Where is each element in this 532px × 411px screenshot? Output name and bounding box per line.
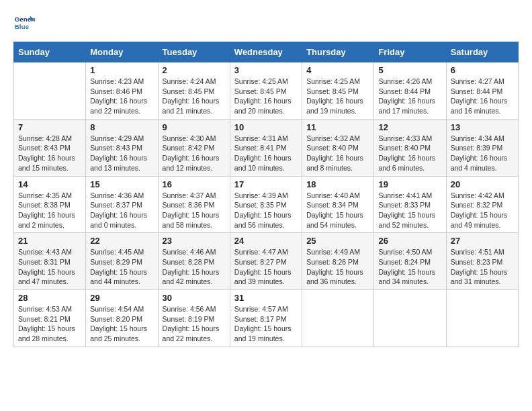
calendar-cell (374, 290, 446, 347)
day-number: 27 (451, 236, 514, 246)
calendar-header-row: SundayMondayTuesdayWednesdayThursdayFrid… (14, 42, 519, 62)
calendar-cell: 18Sunrise: 4:40 AM Sunset: 8:34 PM Dayli… (302, 176, 374, 233)
day-number: 9 (163, 122, 226, 132)
calendar-cell: 23Sunrise: 4:46 AM Sunset: 8:28 PM Dayli… (158, 233, 230, 290)
header-tuesday: Tuesday (158, 42, 230, 62)
calendar-cell: 15Sunrise: 4:36 AM Sunset: 8:37 PM Dayli… (86, 176, 158, 233)
day-info: Sunrise: 4:33 AM Sunset: 8:40 PM Dayligh… (378, 134, 441, 173)
day-info: Sunrise: 4:50 AM Sunset: 8:24 PM Dayligh… (378, 247, 441, 287)
day-info: Sunrise: 4:24 AM Sunset: 8:45 PM Dayligh… (163, 77, 226, 116)
day-number: 19 (378, 179, 441, 189)
logo-icon: General Blue (13, 13, 35, 35)
day-number: 11 (306, 122, 369, 132)
header-thursday: Thursday (302, 42, 374, 62)
day-info: Sunrise: 4:25 AM Sunset: 8:45 PM Dayligh… (306, 77, 369, 116)
calendar-cell: 16Sunrise: 4:37 AM Sunset: 8:36 PM Dayli… (158, 176, 230, 233)
calendar-cell: 21Sunrise: 4:43 AM Sunset: 8:31 PM Dayli… (14, 233, 86, 290)
calendar-cell (302, 290, 374, 347)
calendar-week-row: 14Sunrise: 4:35 AM Sunset: 8:38 PM Dayli… (14, 176, 519, 233)
calendar-cell: 2Sunrise: 4:24 AM Sunset: 8:45 PM Daylig… (158, 62, 230, 120)
day-number: 20 (451, 179, 514, 189)
day-number: 26 (378, 236, 441, 246)
day-info: Sunrise: 4:57 AM Sunset: 8:17 PM Dayligh… (234, 304, 298, 344)
day-number: 23 (163, 236, 226, 246)
calendar-cell: 13Sunrise: 4:34 AM Sunset: 8:39 PM Dayli… (446, 119, 518, 176)
calendar-cell: 28Sunrise: 4:53 AM Sunset: 8:21 PM Dayli… (14, 290, 86, 347)
day-info: Sunrise: 4:51 AM Sunset: 8:23 PM Dayligh… (451, 247, 514, 287)
header-friday: Friday (374, 42, 446, 62)
logo: General Blue (13, 13, 38, 35)
calendar-cell: 26Sunrise: 4:50 AM Sunset: 8:24 PM Dayli… (374, 233, 446, 290)
header-wednesday: Wednesday (230, 42, 302, 62)
calendar-cell: 19Sunrise: 4:41 AM Sunset: 8:33 PM Dayli… (374, 176, 446, 233)
calendar-cell: 31Sunrise: 4:57 AM Sunset: 8:17 PM Dayli… (230, 290, 302, 347)
day-number: 4 (306, 65, 369, 75)
day-number: 22 (90, 236, 153, 246)
calendar-week-row: 21Sunrise: 4:43 AM Sunset: 8:31 PM Dayli… (14, 233, 519, 290)
day-number: 21 (18, 236, 81, 246)
day-number: 1 (90, 65, 153, 75)
day-info: Sunrise: 4:32 AM Sunset: 8:40 PM Dayligh… (306, 134, 369, 173)
day-number: 2 (163, 65, 226, 75)
calendar-cell: 5Sunrise: 4:26 AM Sunset: 8:44 PM Daylig… (374, 62, 446, 120)
day-info: Sunrise: 4:26 AM Sunset: 8:44 PM Dayligh… (378, 77, 441, 116)
calendar-cell: 11Sunrise: 4:32 AM Sunset: 8:40 PM Dayli… (302, 119, 374, 176)
day-number: 10 (234, 122, 298, 132)
day-number: 13 (451, 122, 514, 132)
day-info: Sunrise: 4:39 AM Sunset: 8:35 PM Dayligh… (234, 191, 298, 230)
calendar-week-row: 7Sunrise: 4:28 AM Sunset: 8:43 PM Daylig… (14, 119, 519, 176)
header-monday: Monday (86, 42, 158, 62)
day-info: Sunrise: 4:30 AM Sunset: 8:42 PM Dayligh… (163, 134, 226, 173)
calendar-cell: 8Sunrise: 4:29 AM Sunset: 8:43 PM Daylig… (86, 119, 158, 176)
day-info: Sunrise: 4:37 AM Sunset: 8:36 PM Dayligh… (163, 191, 226, 230)
day-info: Sunrise: 4:36 AM Sunset: 8:37 PM Dayligh… (90, 191, 153, 230)
day-info: Sunrise: 4:31 AM Sunset: 8:41 PM Dayligh… (234, 134, 298, 173)
day-info: Sunrise: 4:54 AM Sunset: 8:20 PM Dayligh… (90, 304, 153, 344)
calendar-cell: 25Sunrise: 4:49 AM Sunset: 8:26 PM Dayli… (302, 233, 374, 290)
day-info: Sunrise: 4:47 AM Sunset: 8:27 PM Dayligh… (234, 247, 298, 287)
calendar-cell: 4Sunrise: 4:25 AM Sunset: 8:45 PM Daylig… (302, 62, 374, 120)
calendar-cell: 9Sunrise: 4:30 AM Sunset: 8:42 PM Daylig… (158, 119, 230, 176)
day-number: 29 (90, 293, 153, 303)
header-saturday: Saturday (446, 42, 518, 62)
day-info: Sunrise: 4:29 AM Sunset: 8:43 PM Dayligh… (90, 134, 153, 173)
calendar-cell: 29Sunrise: 4:54 AM Sunset: 8:20 PM Dayli… (86, 290, 158, 347)
calendar-cell: 14Sunrise: 4:35 AM Sunset: 8:38 PM Dayli… (14, 176, 86, 233)
day-info: Sunrise: 4:46 AM Sunset: 8:28 PM Dayligh… (163, 247, 226, 287)
day-info: Sunrise: 4:42 AM Sunset: 8:32 PM Dayligh… (451, 191, 514, 230)
day-info: Sunrise: 4:45 AM Sunset: 8:29 PM Dayligh… (90, 247, 153, 287)
svg-text:Blue: Blue (15, 23, 30, 30)
day-info: Sunrise: 4:25 AM Sunset: 8:45 PM Dayligh… (234, 77, 298, 116)
day-number: 3 (234, 65, 298, 75)
calendar-cell: 10Sunrise: 4:31 AM Sunset: 8:41 PM Dayli… (230, 119, 302, 176)
day-info: Sunrise: 4:23 AM Sunset: 8:46 PM Dayligh… (90, 77, 153, 116)
calendar-cell: 20Sunrise: 4:42 AM Sunset: 8:32 PM Dayli… (446, 176, 518, 233)
header: General Blue (13, 13, 519, 35)
day-number: 24 (234, 236, 298, 246)
day-info: Sunrise: 4:34 AM Sunset: 8:39 PM Dayligh… (451, 134, 514, 173)
calendar-cell: 3Sunrise: 4:25 AM Sunset: 8:45 PM Daylig… (230, 62, 302, 120)
day-number: 25 (306, 236, 369, 246)
calendar-week-row: 1Sunrise: 4:23 AM Sunset: 8:46 PM Daylig… (14, 62, 519, 120)
calendar-cell: 1Sunrise: 4:23 AM Sunset: 8:46 PM Daylig… (86, 62, 158, 120)
calendar-cell: 22Sunrise: 4:45 AM Sunset: 8:29 PM Dayli… (86, 233, 158, 290)
calendar-cell (14, 62, 86, 120)
calendar-cell: 12Sunrise: 4:33 AM Sunset: 8:40 PM Dayli… (374, 119, 446, 176)
day-number: 7 (18, 122, 81, 132)
day-info: Sunrise: 4:41 AM Sunset: 8:33 PM Dayligh… (378, 191, 441, 230)
calendar-week-row: 28Sunrise: 4:53 AM Sunset: 8:21 PM Dayli… (14, 290, 519, 347)
calendar-table: SundayMondayTuesdayWednesdayThursdayFrid… (13, 42, 519, 347)
calendar-cell: 27Sunrise: 4:51 AM Sunset: 8:23 PM Dayli… (446, 233, 518, 290)
calendar-cell: 6Sunrise: 4:27 AM Sunset: 8:44 PM Daylig… (446, 62, 518, 120)
day-info: Sunrise: 4:27 AM Sunset: 8:44 PM Dayligh… (451, 77, 514, 116)
day-info: Sunrise: 4:40 AM Sunset: 8:34 PM Dayligh… (306, 191, 369, 230)
calendar-cell: 24Sunrise: 4:47 AM Sunset: 8:27 PM Dayli… (230, 233, 302, 290)
day-number: 8 (90, 122, 153, 132)
day-number: 17 (234, 179, 298, 189)
day-info: Sunrise: 4:49 AM Sunset: 8:26 PM Dayligh… (306, 247, 369, 287)
day-number: 15 (90, 179, 153, 189)
day-number: 31 (234, 293, 298, 303)
day-number: 12 (378, 122, 441, 132)
calendar-cell: 30Sunrise: 4:56 AM Sunset: 8:19 PM Dayli… (158, 290, 230, 347)
day-info: Sunrise: 4:53 AM Sunset: 8:21 PM Dayligh… (18, 304, 81, 344)
